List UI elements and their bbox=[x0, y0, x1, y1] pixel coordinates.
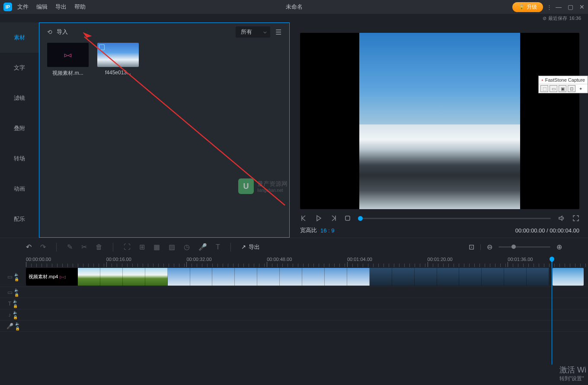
menu-file[interactable]: 文件 bbox=[17, 3, 29, 11]
add-badge-icon bbox=[99, 45, 105, 50]
mute-icon[interactable]: 🔈 bbox=[14, 272, 19, 277]
zoom-out-icon[interactable]: ⊖ bbox=[487, 243, 492, 251]
volume-icon[interactable] bbox=[558, 214, 566, 222]
prev-frame-button[interactable] bbox=[300, 214, 308, 222]
stop-button[interactable] bbox=[344, 215, 351, 222]
sidebar-tab-transition[interactable]: 转场 bbox=[0, 143, 39, 174]
lock-icon[interactable]: 🔒 bbox=[15, 326, 20, 331]
timeline-toolbar: ↶ ↷ ✎ ✂ 🗑 ⛶ ⊞ ▦ ▨ ◷ 🎤 T ↗ 导出 ⊡ ⊖ ⊕ bbox=[0, 238, 588, 256]
watermark-text: 量产资源网 bbox=[257, 180, 288, 188]
export-icon: ↗ bbox=[241, 244, 246, 250]
lock-icon[interactable]: 🔒 bbox=[14, 277, 19, 281]
refresh-icon[interactable]: ⟲ bbox=[47, 29, 52, 35]
play-button[interactable] bbox=[315, 214, 323, 222]
fs-capture-active-icon[interactable]: ⬚ bbox=[540, 85, 548, 92]
image-clip[interactable] bbox=[553, 268, 584, 286]
audio-track[interactable]: ♪🔈🔒 bbox=[0, 309, 588, 321]
lock-icon[interactable]: 🔒 bbox=[14, 293, 19, 297]
text-track[interactable]: T🔈🔒 bbox=[0, 298, 588, 309]
fs-capture-full-icon[interactable]: ▣ bbox=[559, 85, 566, 92]
close-button[interactable]: ✕ bbox=[579, 3, 585, 10]
mute-icon[interactable]: 🔈 bbox=[15, 321, 20, 326]
activate-line2: 转到"设置" bbox=[559, 375, 586, 382]
voice-tool[interactable]: 🎤 bbox=[198, 243, 207, 251]
lock-icon[interactable]: 🔒 bbox=[13, 315, 18, 319]
saved-icon: ⊘ bbox=[543, 16, 546, 21]
timeline-ruler[interactable]: 00:00:00.00 00:00:16.00 00:00:32.00 00:0… bbox=[0, 256, 588, 267]
lock-icon[interactable]: 🔒 bbox=[13, 304, 18, 308]
menu-help[interactable]: 帮助 bbox=[74, 3, 86, 11]
fs-capture-rect-icon[interactable]: ⊡ bbox=[568, 85, 575, 92]
time-total: 00:00:04.00 bbox=[550, 227, 579, 234]
preview-viewport[interactable] bbox=[300, 33, 579, 209]
mute-icon[interactable]: 🔈 bbox=[13, 310, 18, 315]
fs-capture-window-icon[interactable]: ▭ bbox=[550, 85, 557, 92]
aspect-value[interactable]: 16 : 9 bbox=[320, 227, 335, 234]
ruler-tick: 00:01:04.00 bbox=[347, 257, 372, 262]
fit-icon[interactable]: ⊡ bbox=[469, 243, 474, 251]
preview-panel: 宽高比 16 : 9 00:00:00.00 / 00:00:04.00 bbox=[290, 22, 588, 238]
maximize-button[interactable]: ▢ bbox=[568, 3, 573, 10]
list-view-icon[interactable]: ☰ bbox=[275, 28, 281, 36]
activate-line1: 激活 Wi bbox=[559, 365, 586, 375]
playback-progress[interactable] bbox=[358, 218, 551, 219]
redo-button[interactable]: ↷ bbox=[40, 243, 46, 251]
sidebar-tab-overlay[interactable]: 叠附 bbox=[0, 113, 39, 143]
crop-tool[interactable]: ⛶ bbox=[124, 243, 131, 251]
time-display: 00:00:00.00 / 00:00:04.00 bbox=[515, 227, 579, 234]
sidebar-tab-filter[interactable]: 滤镜 bbox=[0, 83, 39, 113]
save-status: ⊘ 最近保存 16:36 bbox=[0, 14, 588, 22]
ruler-tick: 00:00:48.00 bbox=[267, 257, 292, 262]
ruler-tick: 00:00:00.00 bbox=[26, 257, 51, 262]
next-frame-button[interactable] bbox=[329, 214, 337, 222]
grid-tool[interactable]: ▦ bbox=[153, 243, 160, 251]
progress-thumb[interactable] bbox=[358, 216, 363, 221]
minimize-button[interactable]: — bbox=[556, 3, 562, 10]
mute-icon[interactable]: 🔈 bbox=[13, 299, 18, 303]
document-title: 未命名 bbox=[286, 3, 303, 11]
timeline: 00:00:00.00 00:00:16.00 00:00:32.00 00:0… bbox=[0, 256, 588, 332]
left-sidebar: 素材 文字 滤镜 叠附 转场 动画 配乐 bbox=[0, 22, 39, 238]
media-panel: ⟲ 导入 所有 ☰ ▷◁ 视频素材.m... f445e013... U bbox=[39, 22, 290, 238]
audio-track-icon: ♪ bbox=[8, 312, 11, 318]
faststone-toolbar[interactable]: FastStone Capture ⬚ ▭ ▣ ⊡ ✦ bbox=[538, 76, 588, 93]
media-thumbnail bbox=[97, 43, 139, 67]
split-tool[interactable]: ⊞ bbox=[139, 243, 145, 251]
media-item[interactable]: ▷◁ 视频素材.m... bbox=[47, 43, 89, 77]
pip-track-icon: ▭ bbox=[7, 289, 13, 296]
speed-tool[interactable]: ◷ bbox=[184, 243, 190, 251]
voice-track[interactable]: 🎤🔈🔒 bbox=[0, 321, 588, 332]
filter-dropdown[interactable]: 所有 bbox=[236, 26, 270, 38]
zoom-thumb[interactable] bbox=[511, 245, 516, 249]
cut-tool[interactable]: ✂ bbox=[81, 243, 87, 251]
menu-edit[interactable]: 编辑 bbox=[36, 3, 48, 11]
mute-icon[interactable]: 🔈 bbox=[14, 288, 19, 292]
last-save-label: 最近保存 bbox=[548, 15, 567, 22]
sidebar-tab-animation[interactable]: 动画 bbox=[0, 174, 39, 204]
fullscreen-icon[interactable] bbox=[572, 215, 579, 222]
delete-tool[interactable]: 🗑 bbox=[96, 243, 102, 251]
video-track[interactable]: ▭🔈🔒 视频素材.mp4▷◁ bbox=[0, 267, 588, 287]
text-track-icon: T bbox=[8, 300, 12, 307]
text-tool[interactable]: T bbox=[216, 243, 220, 251]
video-clip[interactable]: 视频素材.mp4▷◁ bbox=[26, 268, 549, 286]
menu-export[interactable]: 导出 bbox=[55, 3, 67, 11]
sidebar-tab-media[interactable]: 素材 bbox=[0, 22, 39, 53]
more-icon[interactable]: ⋮ bbox=[546, 4, 552, 10]
fs-capture-freehand-icon[interactable]: ✦ bbox=[577, 85, 585, 92]
menu-bar: 文件 编辑 导出 帮助 bbox=[17, 3, 86, 11]
undo-button[interactable]: ↶ bbox=[26, 243, 32, 251]
sidebar-tab-music[interactable]: 配乐 bbox=[0, 204, 39, 234]
sidebar-tab-text[interactable]: 文字 bbox=[0, 53, 39, 83]
export-button[interactable]: ↗ 导出 bbox=[241, 243, 260, 251]
import-button[interactable]: 导入 bbox=[57, 28, 68, 36]
playhead[interactable] bbox=[552, 257, 552, 365]
upgrade-button[interactable]: 🔒 升级 bbox=[512, 2, 543, 12]
zoom-slider[interactable] bbox=[499, 246, 550, 248]
media-item[interactable]: f445e013... bbox=[97, 43, 139, 77]
pip-track[interactable]: ▭🔈🔒 bbox=[0, 287, 588, 298]
edit-tool[interactable]: ✎ bbox=[67, 243, 73, 251]
mosaic-tool[interactable]: ▨ bbox=[169, 243, 175, 251]
ruler-tick: 00:00:32.00 bbox=[186, 257, 211, 262]
zoom-in-icon[interactable]: ⊕ bbox=[556, 243, 562, 251]
